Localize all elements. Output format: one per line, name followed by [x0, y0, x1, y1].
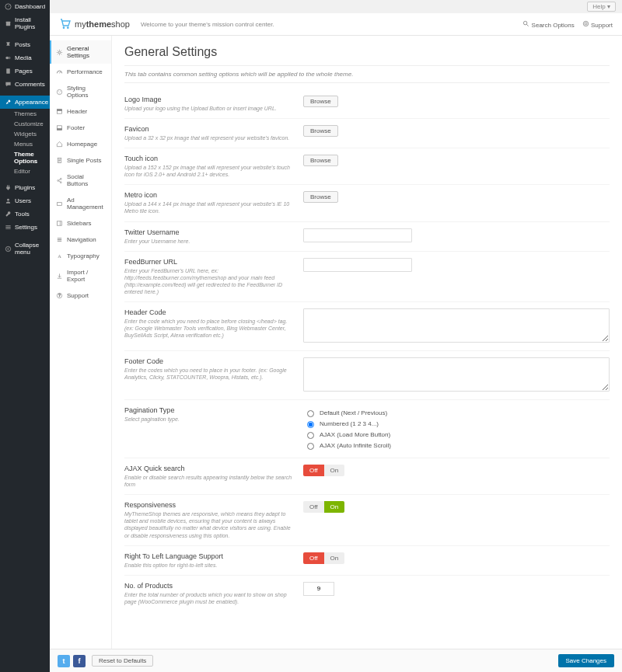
opt-sidebars[interactable]: Sidebars	[50, 215, 111, 232]
document-icon	[56, 157, 63, 164]
opt-support[interactable]: ?Support	[50, 287, 111, 304]
menu-appearance[interactable]: Appearance▸	[0, 96, 50, 109]
plug-icon	[5, 184, 12, 191]
opt-social[interactable]: Social Buttons	[50, 169, 111, 192]
question-icon: ?	[56, 292, 63, 299]
facebook-icon[interactable]: f	[73, 655, 86, 667]
page-intro: This tab contains common setting options…	[124, 65, 610, 83]
menu-media[interactable]: Media	[0, 51, 50, 64]
save-button[interactable]: Save Changes	[558, 654, 614, 667]
header-code-textarea[interactable]	[303, 308, 610, 343]
svg-rect-20	[57, 128, 61, 130]
panel-header: mythemeshop Welcome to your theme's miss…	[50, 13, 622, 36]
rtl-label: Right To Left Language Support	[124, 552, 294, 560]
gauge-icon	[56, 68, 63, 75]
support-link[interactable]: Support	[582, 20, 613, 29]
submenu-themes[interactable]: Themes	[9, 109, 50, 119]
menu-users[interactable]: Users	[0, 194, 50, 207]
ajax-search-label: AJAX Quick search	[124, 465, 294, 472]
svg-point-3	[8, 57, 11, 60]
opt-footer[interactable]: Footer	[50, 120, 111, 136]
media-icon	[5, 54, 12, 61]
opt-typography[interactable]: ATypography	[50, 248, 111, 264]
svg-text:?: ?	[58, 294, 61, 298]
svg-rect-25	[57, 202, 61, 205]
reset-button[interactable]: Reset to Defaults	[92, 655, 153, 667]
submenu-editor[interactable]: Editor	[9, 166, 50, 176]
ad-icon	[56, 200, 63, 207]
options-sidebar: General Settings Performance Styling Opt…	[50, 36, 112, 649]
products-label: No. of Products	[124, 582, 294, 590]
opt-header[interactable]: Header	[50, 103, 111, 120]
products-input[interactable]	[303, 582, 334, 596]
rtl-toggle[interactable]: OffOn	[303, 552, 344, 564]
collapse-icon	[5, 245, 12, 252]
opt-import[interactable]: Import / Export	[50, 264, 111, 287]
opt-ad[interactable]: Ad Management	[50, 192, 111, 215]
menu-pages[interactable]: Pages	[0, 64, 50, 78]
menu-tools[interactable]: Tools	[0, 207, 50, 221]
svg-point-12	[58, 51, 61, 54]
footer-code-label: Footer Code	[124, 357, 294, 365]
svg-point-5	[7, 199, 9, 201]
menu-posts[interactable]: Posts	[0, 38, 50, 51]
ajax-search-toggle[interactable]: OffOn	[303, 465, 344, 476]
pagination-numbered[interactable]: Numbered (1 2 3 4...)	[303, 419, 610, 428]
palette-icon	[56, 89, 63, 96]
opt-general[interactable]: General Settings	[50, 40, 111, 64]
menu-install-plugins[interactable]: Install Plugins	[0, 13, 50, 33]
svg-text:A: A	[58, 253, 61, 259]
submenu-customize[interactable]: Customize	[9, 119, 50, 129]
opt-performance[interactable]: Performance	[50, 64, 111, 80]
responsive-label: Responsiveness	[124, 501, 294, 509]
plugin-icon	[5, 20, 12, 27]
footer-code-textarea[interactable]	[303, 357, 610, 392]
menu-dashboard[interactable]: Dashboard	[0, 0, 50, 13]
favicon-browse-button[interactable]: Browse	[303, 125, 338, 137]
feedburner-desc: Enter your FeedBurner's URL here, ex: ht…	[124, 267, 294, 295]
tagline: Welcome to your theme's mission control …	[141, 21, 274, 28]
pagination-label: Pagination Type	[124, 406, 294, 414]
menu-collapse[interactable]: Collapse menu	[0, 239, 50, 259]
twitter-input[interactable]	[303, 228, 412, 242]
menu-settings[interactable]: Settings	[0, 221, 50, 234]
favicon-label: Favicon	[124, 125, 294, 133]
menu-plugins[interactable]: Plugins	[0, 181, 50, 194]
submenu-theme-options[interactable]: Theme Options	[9, 149, 50, 166]
help-tab[interactable]: Help ▾	[587, 2, 616, 12]
cart-icon	[59, 18, 72, 30]
submenu-menus[interactable]: Menus	[9, 139, 50, 149]
footer-icon	[56, 124, 63, 131]
responsive-toggle[interactable]: OffOn	[303, 501, 344, 513]
products-desc: Enter the total number of products which…	[124, 591, 294, 605]
svg-point-13	[57, 89, 61, 94]
opt-homepage[interactable]: Homepage	[50, 136, 111, 152]
settings-content: General Settings This tab contains commo…	[112, 36, 622, 649]
svg-point-16	[59, 92, 60, 93]
pagination-desc: Select pagination type.	[124, 416, 294, 423]
wrench-icon	[5, 211, 12, 218]
opt-navigation[interactable]: Navigation	[50, 232, 111, 248]
import-icon	[56, 273, 63, 280]
touch-browse-button[interactable]: Browse	[303, 155, 338, 166]
responsive-desc: MyThemeShop themes are responsive, which…	[124, 510, 294, 538]
menu-comments[interactable]: Comments	[0, 78, 50, 91]
home-icon	[56, 141, 63, 148]
gear-icon	[56, 49, 63, 56]
svg-rect-18	[57, 110, 61, 111]
metro-browse-button[interactable]: Browse	[303, 191, 338, 203]
dashboard-icon	[5, 3, 12, 10]
submenu-widgets[interactable]: Widgets	[9, 129, 50, 139]
logo-label: Logo Image	[124, 96, 294, 103]
search-options-link[interactable]: Search Options	[522, 20, 574, 29]
opt-single[interactable]: Single Posts	[50, 152, 111, 169]
lifebuoy-icon	[582, 20, 589, 27]
pagination-ajax-infinite[interactable]: AJAX (Auto Infinite Scroll)	[303, 440, 610, 450]
twitter-icon[interactable]: t	[58, 655, 70, 667]
pagination-default[interactable]: Default (Next / Previous)	[303, 408, 610, 417]
pagination-ajax-load[interactable]: AJAX (Load More Button)	[303, 430, 610, 439]
feedburner-input[interactable]	[303, 258, 412, 272]
opt-styling[interactable]: Styling Options	[50, 80, 111, 103]
svg-point-15	[60, 91, 61, 92]
logo-browse-button[interactable]: Browse	[303, 96, 338, 107]
